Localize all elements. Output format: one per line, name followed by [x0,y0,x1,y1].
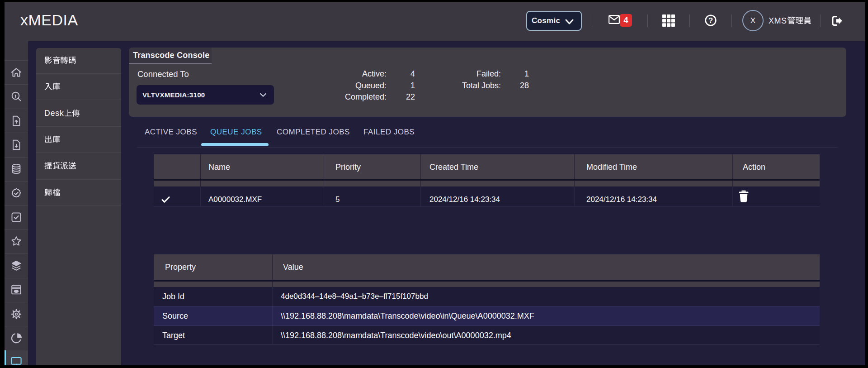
svg-text:?: ? [708,16,713,24]
